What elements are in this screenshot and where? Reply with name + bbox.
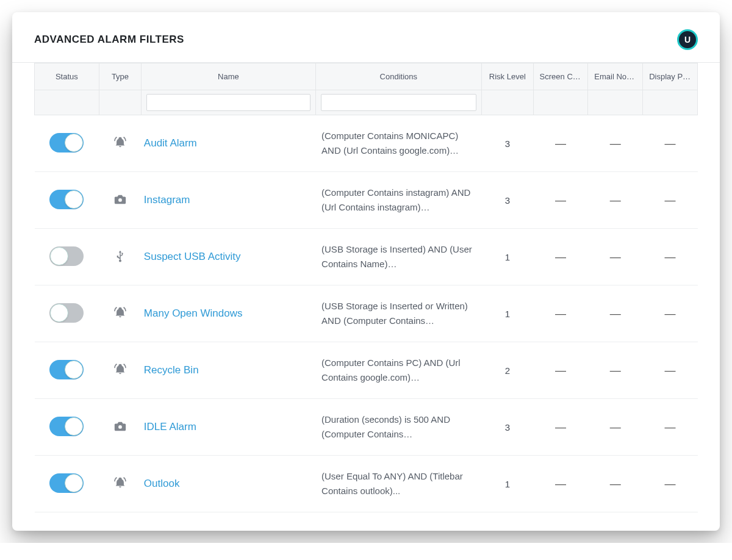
header: ADVANCED ALARM FILTERS U (12, 12, 720, 63)
conditions-cell: (USB Storage is Inserted) AND (User Cont… (315, 229, 482, 285)
bell-icon (113, 306, 127, 320)
status-toggle[interactable] (49, 473, 84, 493)
col-screen[interactable]: Screen Cap... (533, 63, 588, 90)
risk-level-cell: 2 (482, 342, 534, 399)
status-toggle[interactable] (49, 303, 84, 323)
risk-level-cell: 3 (482, 172, 534, 229)
conditions-cell: (Duration (seconds) is 500 AND (Computer… (315, 399, 482, 456)
conditions-cell: (Computer Contains instagram) AND (Url C… (315, 172, 482, 229)
col-name[interactable]: Name (142, 63, 315, 90)
table-row: Outlook(User Equal To ANY) AND (Titlebar… (35, 456, 698, 512)
header-row: Status Type Name Conditions Risk Level S… (35, 63, 698, 90)
alarm-name-link[interactable]: Instagram (144, 194, 190, 206)
col-email[interactable]: Email Noti... (588, 63, 643, 90)
table-row: Many Open Windows(USB Storage is Inserte… (35, 285, 698, 342)
filter-row (35, 90, 698, 115)
status-toggle[interactable] (49, 190, 84, 209)
email-cell: — (588, 285, 643, 342)
camera-icon (113, 420, 127, 433)
avatar-initial: U (684, 35, 691, 45)
screen-cell: — (533, 399, 588, 456)
alarm-name-link[interactable]: Outlook (144, 478, 180, 489)
email-cell: — (588, 229, 643, 285)
conditions-cell: (Computer Contains PC) AND (Url Contains… (315, 342, 482, 399)
col-popup[interactable]: Display Pop... (643, 63, 698, 90)
popup-cell: — (643, 115, 698, 172)
screen-cell: — (533, 115, 588, 172)
table-row: Audit Alarm(Computer Contains MONICAPC) … (35, 115, 698, 172)
risk-level-cell: 1 (482, 456, 534, 512)
alarm-name-link[interactable]: Audit Alarm (144, 137, 197, 149)
conditions-cell: (USB Storage is Inserted or Written) AND… (315, 285, 482, 342)
conditions-cell: (Computer Contains MONICAPC) AND (Url Co… (315, 115, 482, 172)
camera-icon (113, 193, 127, 206)
status-toggle[interactable] (49, 360, 84, 379)
email-cell: — (588, 342, 643, 399)
page-title: ADVANCED ALARM FILTERS (34, 34, 184, 46)
popup-cell: — (643, 172, 698, 229)
popup-cell: — (643, 456, 698, 512)
col-status[interactable]: Status (35, 63, 99, 90)
screen-cell: — (533, 456, 588, 512)
status-toggle[interactable] (49, 246, 84, 266)
avatar[interactable]: U (677, 29, 698, 50)
alarm-name-link[interactable]: Recycle Bin (144, 364, 199, 376)
email-cell: — (588, 456, 643, 512)
risk-level-cell: 1 (482, 229, 534, 285)
conditions-cell: (User Equal To ANY) AND (Titlebar Contai… (315, 456, 482, 512)
screen-cell: — (533, 229, 588, 285)
table-row: Recycle Bin(Computer Contains PC) AND (U… (35, 342, 698, 399)
usb-icon (113, 249, 127, 263)
alarm-name-link[interactable]: Suspect USB Activity (144, 251, 241, 262)
bell-icon (113, 476, 127, 490)
name-filter-input[interactable] (146, 94, 310, 111)
email-cell: — (588, 399, 643, 456)
risk-level-cell: 3 (482, 115, 534, 172)
popup-cell: — (643, 285, 698, 342)
table-row: Suspect USB Activity(USB Storage is Inse… (35, 229, 698, 285)
alarm-table: Status Type Name Conditions Risk Level S… (34, 63, 698, 512)
bell-icon (113, 136, 127, 149)
bell-icon (113, 363, 127, 376)
table-row: Instagram(Computer Contains instagram) A… (35, 172, 698, 229)
risk-level-cell: 1 (482, 285, 534, 342)
status-toggle[interactable] (49, 133, 84, 153)
email-cell: — (588, 115, 643, 172)
col-type[interactable]: Type (99, 63, 142, 90)
panel: ADVANCED ALARM FILTERS U Status Type Nam… (12, 12, 720, 531)
table-wrap: Status Type Name Conditions Risk Level S… (12, 63, 720, 512)
alarm-name-link[interactable]: IDLE Alarm (144, 421, 196, 433)
alarm-name-link[interactable]: Many Open Windows (144, 307, 243, 319)
col-risk[interactable]: Risk Level (482, 63, 534, 90)
popup-cell: — (643, 342, 698, 399)
col-conditions[interactable]: Conditions (315, 63, 482, 90)
popup-cell: — (643, 229, 698, 285)
risk-level-cell: 3 (482, 399, 534, 456)
conditions-filter-input[interactable] (321, 94, 477, 111)
email-cell: — (588, 172, 643, 229)
popup-cell: — (643, 399, 698, 456)
screen-cell: — (533, 285, 588, 342)
screen-cell: — (533, 172, 588, 229)
table-row: IDLE Alarm(Duration (seconds) is 500 AND… (35, 399, 698, 456)
status-toggle[interactable] (49, 417, 84, 436)
screen-cell: — (533, 342, 588, 399)
